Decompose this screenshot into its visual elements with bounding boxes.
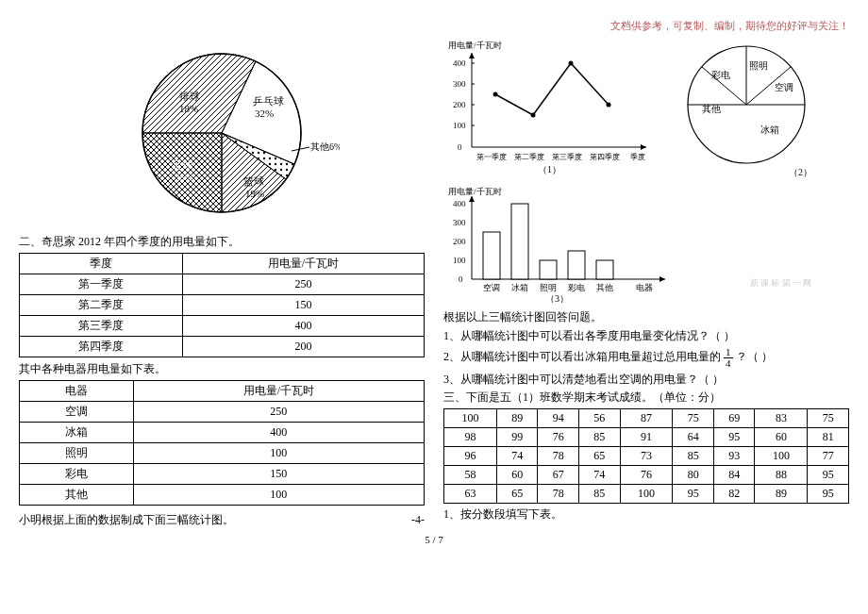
- grade-cell: 73: [620, 447, 673, 466]
- question-2: 2、从哪幅统计图中可以看出冰箱用电量超过总用电量的 1 4 ？（ ）: [443, 347, 849, 369]
- grade-cell: 60: [755, 428, 808, 447]
- slice-pct-volleyball: 18%: [179, 103, 198, 114]
- xtick: 第四季度: [590, 153, 620, 161]
- grade-cell: 63: [444, 485, 497, 504]
- slice-pct-football: 25%: [175, 172, 193, 183]
- grade-cell: 65: [578, 447, 620, 466]
- grade-cell: 84: [713, 466, 755, 485]
- grade-cell: 75: [673, 409, 714, 428]
- xtick: 照明: [540, 283, 557, 292]
- grade-cell: 85: [578, 485, 620, 504]
- season-cell: 第三季度: [20, 315, 183, 336]
- q2-text-a: 2、从哪幅统计图中可以看出冰箱用电量超过总用电量的: [443, 350, 721, 363]
- appliance-cell: 冰箱: [20, 422, 134, 442]
- appliance-cell: 100: [133, 484, 424, 505]
- appliance-cell: 250: [133, 401, 424, 422]
- grade-cell: 74: [578, 466, 620, 485]
- caption-3: （3）: [545, 293, 569, 303]
- svg-point-9: [493, 92, 498, 97]
- grade-cell: 91: [620, 428, 673, 447]
- xtick: 冰箱: [511, 283, 528, 292]
- grade-cell: 96: [444, 447, 497, 466]
- appliance-cell: 100: [133, 442, 424, 463]
- grade-cell: 69: [713, 409, 755, 428]
- bar-xlabel: 电器: [636, 283, 653, 292]
- slice-pct-tabletennis: 32%: [255, 108, 274, 119]
- grade-cell: 85: [673, 447, 714, 466]
- xiaoming-line: 小明根据上面的数据制成下面三幅统计图。: [19, 512, 234, 528]
- svg-point-11: [569, 61, 574, 66]
- grade-cell: 76: [620, 466, 673, 485]
- appliance-cell: 其他: [20, 484, 134, 505]
- grade-cell: 76: [538, 428, 579, 447]
- grade-cell: 65: [496, 485, 538, 504]
- xtick: 第三季度: [552, 153, 582, 161]
- grade-cell: 89: [755, 485, 808, 504]
- appliance-pie-chart: 照明 空调 彩电 其他 冰箱 （2）: [666, 39, 831, 185]
- slice-label-tabletennis: 乒乓球: [253, 95, 284, 107]
- grade-cell: 78: [538, 447, 579, 466]
- slice-label-other: 其他6%: [310, 141, 340, 152]
- xtick: 空调: [483, 283, 500, 292]
- frac-den: 4: [724, 358, 733, 369]
- svg-rect-22: [511, 204, 528, 279]
- grade-cell: 95: [713, 428, 755, 447]
- grade-cell: 80: [673, 466, 714, 485]
- caption-2: （2）: [789, 167, 812, 177]
- header-note: 文档供参考，可复制、编制，期待您的好评与关注！: [19, 19, 849, 33]
- grade-cell: 93: [713, 447, 755, 466]
- grade-cell: 83: [755, 409, 808, 428]
- grade-cell: 98: [444, 428, 497, 447]
- xtick: 第二季度: [514, 153, 544, 161]
- appliance-intro: 其中各种电器用电量如下表。: [19, 361, 425, 377]
- grade-cell: 81: [808, 428, 849, 447]
- appliance-header-1: 用电量/千瓦时: [133, 380, 424, 401]
- xtick: 彩电: [568, 283, 585, 292]
- pie2-label-other: 其他: [702, 104, 721, 114]
- season-cell: 第一季度: [20, 274, 183, 294]
- frac-num: 1: [724, 347, 733, 358]
- grades-table: 1008994568775698375989976859164956081967…: [443, 408, 849, 504]
- grade-cell: 64: [673, 428, 714, 447]
- section2-title: 二、奇思家 2012 年四个季度的用电量如下。: [19, 234, 425, 250]
- question-table-1: 1、按分数段填写下表。: [443, 506, 849, 523]
- grade-cell: 74: [496, 447, 538, 466]
- slice-label-volleyball: 排球: [179, 91, 200, 102]
- question-intro: 根据以上三幅统计图回答问题。: [443, 309, 849, 325]
- grade-cell: 75: [808, 409, 849, 428]
- page-marker-left: -4-: [411, 512, 425, 528]
- section3-title: 三、下面是五（1）班数学期末考试成绩。（单位：分）: [443, 390, 849, 406]
- pie2-label-lighting: 照明: [749, 60, 768, 71]
- season-cell: 第四季度: [20, 336, 183, 357]
- sports-pie-chart: 排球 18% 乒乓球 32% 其他6% 篮球 19% 足球 25%: [19, 39, 425, 231]
- ytick: 100: [453, 121, 466, 130]
- appliance-cell: 400: [133, 422, 424, 442]
- line-chart-1: 用电量/千瓦时 0 100 200 300 400 第一季度 第二: [443, 39, 660, 175]
- season-header-1: 用电量/千瓦时: [183, 253, 425, 274]
- grade-cell: 58: [444, 466, 497, 485]
- pie2-label-fridge: 冰箱: [760, 124, 779, 135]
- grade-cell: 85: [578, 428, 620, 447]
- season-cell: 250: [183, 274, 425, 294]
- appliance-table: 电器 用电量/千瓦时 空调250 冰箱400 照明100 彩电150 其他100: [19, 380, 425, 506]
- q2-text-b: ？（ ）: [736, 350, 773, 363]
- watermark: 新 课 标 第 一 网: [750, 277, 811, 290]
- grade-cell: 88: [755, 466, 808, 485]
- slice-pct-basketball: 19%: [245, 188, 264, 199]
- season-table: 季度 用电量/千瓦时 第一季度250 第二季度150 第三季度400 第四季度2…: [19, 253, 425, 357]
- grade-cell: 60: [496, 466, 538, 485]
- ytick: 0: [459, 274, 463, 284]
- grade-cell: 95: [673, 485, 714, 504]
- grade-cell: 67: [538, 466, 579, 485]
- season-header-0: 季度: [20, 253, 183, 274]
- line-ylabel: 用电量/千瓦时: [448, 41, 502, 50]
- ytick: 200: [453, 237, 466, 246]
- bar-chart-3: 用电量/千瓦时 0 100 200 300 400 空调 冰箱 照明: [443, 185, 689, 303]
- grade-cell: 77: [808, 447, 849, 466]
- ytick: 300: [453, 218, 466, 227]
- grade-cell: 78: [538, 485, 579, 504]
- grade-cell: 87: [620, 409, 673, 428]
- appliance-cell: 照明: [20, 442, 134, 463]
- ytick: 400: [453, 58, 466, 68]
- appliance-cell: 空调: [20, 401, 134, 422]
